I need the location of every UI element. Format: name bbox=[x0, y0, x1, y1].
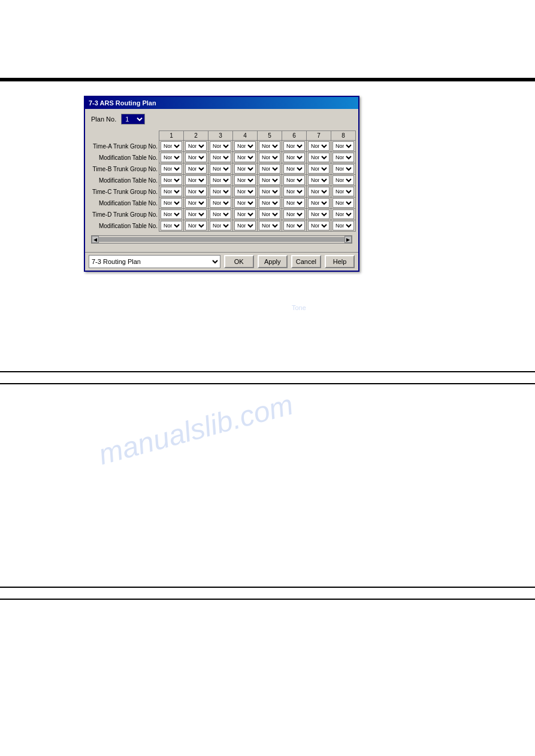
cell-select-r6-c5[interactable]: None bbox=[283, 210, 305, 219]
table-row: None bbox=[159, 220, 184, 232]
table-row: None bbox=[282, 186, 307, 198]
scroll-left-btn[interactable]: ◀ bbox=[92, 236, 99, 243]
cell-select-r6-c3[interactable]: None bbox=[234, 210, 256, 219]
cell-select-r5-c5[interactable]: None bbox=[283, 198, 305, 208]
ok-button[interactable]: OK bbox=[224, 255, 254, 268]
cell-select-r6-c2[interactable]: None bbox=[210, 210, 231, 219]
table-row: None bbox=[258, 186, 282, 198]
cell-select-r3-c1[interactable]: None bbox=[185, 175, 207, 185]
cell-select-r0-c0[interactable]: None bbox=[161, 141, 182, 151]
cell-select-r0-c2[interactable]: None bbox=[210, 141, 231, 151]
apply-button[interactable]: Apply bbox=[258, 255, 288, 268]
cell-select-r5-c7[interactable]: None bbox=[333, 198, 354, 208]
table-row: None bbox=[159, 163, 184, 175]
cell-select-r1-c4[interactable]: None bbox=[259, 153, 280, 162]
cell-select-r7-c4[interactable]: None bbox=[259, 221, 280, 230]
cell-select-r2-c2[interactable]: None bbox=[210, 164, 231, 174]
cell-select-r2-c5[interactable]: None bbox=[283, 164, 305, 174]
ars-routing-plan-dialog: 7-3 ARS Routing Plan Plan No. 1 1 2 3 4 … bbox=[84, 96, 359, 272]
cell-select-r0-c3[interactable]: None bbox=[234, 141, 256, 151]
cell-select-r4-c4[interactable]: None bbox=[259, 187, 280, 196]
row-label-0: Time-A Trunk Group No. bbox=[91, 141, 159, 152]
dialog-title: 7-3 ARS Routing Plan bbox=[89, 99, 156, 107]
cell-select-r4-c7[interactable]: None bbox=[333, 187, 354, 196]
cell-select-r0-c6[interactable]: None bbox=[308, 141, 330, 151]
cell-select-r3-c3[interactable]: None bbox=[234, 175, 256, 185]
cell-select-r2-c7[interactable]: None bbox=[333, 164, 354, 174]
section-divider-1-top bbox=[0, 371, 535, 372]
table-row: None bbox=[258, 175, 282, 186]
cell-select-r5-c0[interactable]: None bbox=[161, 198, 182, 208]
col-header-4: 4 bbox=[233, 131, 258, 141]
cell-select-r4-c2[interactable]: None bbox=[210, 187, 231, 196]
cell-select-r1-c2[interactable]: None bbox=[210, 153, 231, 162]
cancel-button[interactable]: Cancel bbox=[291, 255, 321, 268]
cell-select-r0-c5[interactable]: None bbox=[283, 141, 305, 151]
cell-select-r5-c4[interactable]: None bbox=[259, 198, 280, 208]
cell-select-r7-c3[interactable]: None bbox=[234, 221, 256, 230]
cell-select-r7-c1[interactable]: None bbox=[185, 221, 207, 230]
cell-select-r7-c2[interactable]: None bbox=[210, 221, 231, 230]
help-button[interactable]: Help bbox=[325, 255, 355, 268]
cell-select-r3-c2[interactable]: None bbox=[210, 175, 231, 185]
table-row: None bbox=[307, 152, 331, 163]
cell-select-r1-c5[interactable]: None bbox=[283, 153, 305, 162]
scroll-track bbox=[99, 237, 344, 242]
plan-no-select[interactable]: 1 bbox=[121, 114, 145, 125]
cell-select-r6-c7[interactable]: None bbox=[333, 210, 354, 219]
cell-select-r0-c4[interactable]: None bbox=[259, 141, 280, 151]
cell-select-r2-c1[interactable]: None bbox=[185, 164, 207, 174]
cell-select-r4-c0[interactable]: None bbox=[161, 187, 182, 196]
cell-select-r7-c5[interactable]: None bbox=[283, 221, 305, 230]
cell-select-r6-c6[interactable]: None bbox=[308, 210, 330, 219]
cell-select-r3-c5[interactable]: None bbox=[283, 175, 305, 185]
table-row: None bbox=[331, 175, 356, 186]
cell-select-r5-c2[interactable]: None bbox=[210, 198, 231, 208]
cell-select-r2-c6[interactable]: None bbox=[308, 164, 330, 174]
cell-select-r3-c6[interactable]: None bbox=[308, 175, 330, 185]
row-label-3: Modification Table No. bbox=[91, 175, 159, 186]
table-row: None bbox=[258, 198, 282, 209]
cell-select-r3-c4[interactable]: None bbox=[259, 175, 280, 185]
table-row: None bbox=[159, 152, 184, 163]
table-row: None bbox=[233, 209, 258, 220]
table-row: None bbox=[159, 141, 184, 152]
scroll-right-btn[interactable]: ▶ bbox=[344, 236, 352, 243]
table-row: None bbox=[282, 141, 307, 152]
cell-select-r6-c4[interactable]: None bbox=[259, 210, 280, 219]
table-row: None bbox=[307, 220, 331, 232]
cell-select-r1-c7[interactable]: None bbox=[333, 153, 354, 162]
cell-select-r5-c1[interactable]: None bbox=[185, 198, 207, 208]
cell-select-r0-c1[interactable]: None bbox=[185, 141, 207, 151]
cell-select-r1-c3[interactable]: None bbox=[234, 153, 256, 162]
cell-select-r1-c0[interactable]: None bbox=[161, 153, 182, 162]
cell-select-r4-c5[interactable]: None bbox=[283, 187, 305, 196]
cell-select-r0-c7[interactable]: None bbox=[333, 141, 354, 151]
table-row: None bbox=[331, 141, 356, 152]
cell-select-r7-c7[interactable]: None bbox=[333, 221, 354, 230]
cell-select-r2-c0[interactable]: None bbox=[161, 164, 182, 174]
table-row: None bbox=[184, 152, 208, 163]
row-label-5: Modification Table No. bbox=[91, 198, 159, 209]
cell-select-r7-c0[interactable]: None bbox=[161, 221, 182, 230]
cell-select-r2-c4[interactable]: None bbox=[259, 164, 280, 174]
cell-select-r4-c3[interactable]: None bbox=[234, 187, 256, 196]
cell-select-r7-c6[interactable]: None bbox=[308, 221, 330, 230]
table-row: None bbox=[282, 198, 307, 209]
cell-select-r6-c1[interactable]: None bbox=[185, 210, 207, 219]
scrollbar[interactable]: ◀ ▶ bbox=[91, 235, 352, 244]
cell-select-r6-c0[interactable]: None bbox=[161, 210, 182, 219]
cell-select-r2-c3[interactable]: None bbox=[234, 164, 256, 174]
cell-select-r1-c1[interactable]: None bbox=[185, 153, 207, 162]
cell-select-r5-c6[interactable]: None bbox=[308, 198, 330, 208]
cell-select-r3-c0[interactable]: None bbox=[161, 175, 182, 185]
cell-select-r4-c1[interactable]: None bbox=[185, 187, 207, 196]
cell-select-r4-c6[interactable]: None bbox=[308, 187, 330, 196]
footer-dropdown[interactable]: 7-3 Routing Plan bbox=[89, 255, 220, 268]
cell-select-r1-c6[interactable]: None bbox=[308, 153, 330, 162]
table-row: None bbox=[184, 220, 208, 232]
row-label-6: Time-D Trunk Group No. bbox=[91, 209, 159, 220]
cell-select-r3-c7[interactable]: None bbox=[333, 175, 354, 185]
cell-select-r5-c3[interactable]: None bbox=[234, 198, 256, 208]
routing-table: 1 2 3 4 5 6 7 8 Time-A Trunk Group No.No… bbox=[91, 130, 356, 232]
